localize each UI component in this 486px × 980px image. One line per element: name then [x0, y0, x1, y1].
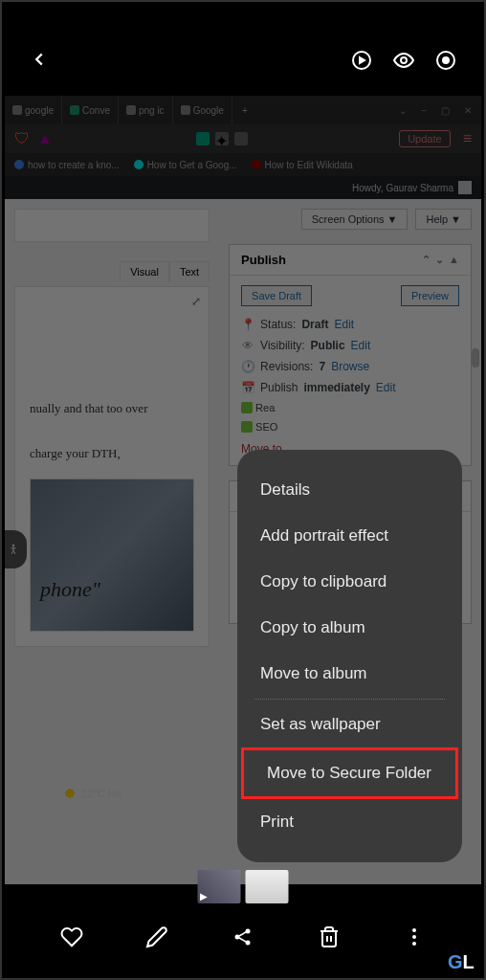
edit-status-link[interactable]: Edit — [334, 318, 354, 331]
readability-icon — [241, 402, 253, 413]
move-down-icon[interactable]: ⌄ — [435, 254, 444, 266]
maximize-icon[interactable]: ▢ — [441, 105, 450, 116]
weather-text: 22°C Ha — [81, 788, 122, 799]
scrollbar-thumb[interactable] — [472, 348, 479, 368]
move-up-icon[interactable]: ⌃ — [422, 254, 431, 266]
menu-move-album[interactable]: Move to album — [237, 651, 462, 697]
brave-shield-icon[interactable]: 🛡 — [14, 130, 30, 147]
svg-point-5 — [12, 545, 14, 546]
more-options-menu: Details Add portrait effect Copy to clip… — [237, 450, 462, 862]
publish-value: immediately — [303, 381, 369, 394]
revisions-value: 7 — [319, 360, 325, 373]
publish-title: Publish — [241, 253, 286, 267]
save-draft-button[interactable]: Save Draft — [241, 285, 312, 306]
weather-widget: 22°C Ha — [62, 786, 122, 801]
image-thumbnail[interactable] — [246, 870, 289, 903]
browser-tab[interactable]: google — [5, 96, 62, 124]
menu-secure-folder[interactable]: Move to Secure Folder — [244, 750, 455, 796]
body-text: nually and that too over — [30, 397, 194, 419]
fullscreen-icon[interactable]: ⤢ — [191, 295, 201, 308]
svg-point-15 — [412, 942, 416, 946]
calendar-icon: 📅 — [241, 381, 254, 394]
browser-tab-strip: google Conve png ic Google + ⌄ − ▢ ✕ — [5, 96, 481, 124]
browse-revisions-link[interactable]: Browse — [331, 360, 369, 373]
bookmark-item[interactable]: How to Get a Goog... — [134, 160, 237, 170]
menu-print[interactable]: Print — [237, 799, 462, 845]
new-tab-button[interactable]: + — [232, 105, 257, 116]
svg-point-13 — [412, 928, 416, 932]
seo-icon — [241, 421, 253, 433]
pin-icon: 📍 — [241, 318, 254, 331]
screen-options-button[interactable]: Screen Options ▼ — [301, 209, 409, 230]
tab-menu-icon[interactable]: ⌄ — [399, 105, 407, 116]
visual-tab[interactable]: Visual — [120, 261, 169, 281]
weather-icon — [62, 786, 77, 801]
svg-point-2 — [401, 57, 407, 63]
share-button[interactable] — [231, 924, 255, 949]
browser-menu-icon[interactable]: ≡ — [463, 130, 472, 147]
edit-publish-link[interactable]: Edit — [376, 381, 396, 394]
svg-point-4 — [443, 57, 449, 63]
help-button[interactable]: Help ▼ — [415, 209, 472, 230]
collapse-icon[interactable]: ▲ — [449, 254, 459, 266]
back-button[interactable] — [29, 49, 50, 76]
menu-copy-album[interactable]: Copy to album — [237, 605, 462, 651]
menu-details[interactable]: Details — [237, 467, 462, 513]
menu-copy-clipboard[interactable]: Copy to clipboard — [237, 559, 462, 605]
edit-visibility-link[interactable]: Edit — [351, 339, 371, 352]
publish-label: Publish — [260, 381, 298, 394]
status-value: Draft — [301, 318, 328, 331]
viewer-bottom-bar — [0, 913, 486, 961]
preview-button[interactable]: Preview — [401, 285, 459, 306]
extension-icon[interactable] — [196, 132, 210, 145]
update-button[interactable]: Update — [399, 130, 450, 147]
browser-tab[interactable]: png ic — [119, 96, 173, 124]
revisions-label: Revisions: — [260, 360, 313, 373]
more-button[interactable] — [402, 924, 427, 949]
article-image: phone" — [30, 479, 194, 632]
bookmark-bar: how to create a kno... How to Get a Goog… — [5, 153, 481, 176]
video-thumbnail[interactable] — [198, 870, 241, 903]
seo-label: SEO — [255, 421, 277, 433]
text-tab[interactable]: Text — [169, 261, 210, 281]
publish-metabox: Publish ⌃ ⌄ ▲ Save Draft Preview — [229, 244, 472, 466]
body-text: charge your DTH, — [30, 442, 194, 464]
close-icon[interactable]: ✕ — [464, 105, 472, 116]
wallet-icon[interactable] — [234, 132, 248, 145]
menu-divider — [254, 699, 445, 700]
minimize-icon[interactable]: − — [421, 105, 427, 116]
visibility-icon[interactable] — [392, 49, 415, 77]
svg-line-10 — [239, 938, 246, 942]
accessibility-icon[interactable] — [5, 530, 27, 568]
visibility-label: Visibility: — [260, 339, 304, 352]
watermark-logo: GL — [448, 951, 481, 975]
browser-tab[interactable]: Conve — [62, 96, 119, 124]
avatar[interactable] — [458, 181, 472, 194]
extensions-puzzle-icon[interactable]: ✦ — [215, 132, 229, 145]
edit-button[interactable] — [144, 924, 169, 949]
svg-marker-1 — [360, 57, 364, 63]
editor-content[interactable]: ⤢ nually and that too over charge your D… — [14, 286, 210, 647]
post-title-input[interactable] — [14, 209, 210, 242]
delete-button[interactable] — [317, 924, 342, 949]
favorite-button[interactable] — [59, 924, 84, 949]
bookmark-item[interactable]: How to Edit Wikidata — [252, 160, 353, 170]
auto-rotate-icon[interactable] — [434, 49, 457, 77]
svg-line-9 — [239, 932, 246, 936]
svg-point-7 — [245, 929, 250, 934]
eye-icon: 👁 — [241, 339, 254, 352]
brave-triangle-icon[interactable]: ▲ — [37, 130, 53, 147]
svg-point-8 — [245, 941, 250, 946]
status-label: Status: — [260, 318, 296, 331]
revisions-icon: 🕐 — [241, 360, 254, 373]
menu-portrait-effect[interactable]: Add portrait effect — [237, 513, 462, 559]
image-caption: phone" — [40, 577, 100, 602]
wp-admin-bar: Howdy, Gaurav Sharma — [5, 176, 481, 199]
menu-wallpaper[interactable]: Set as wallpaper — [237, 702, 462, 747]
svg-point-6 — [234, 935, 239, 940]
thumbnail-strip[interactable] — [198, 870, 289, 903]
browser-tab[interactable]: Google — [173, 96, 232, 124]
bookmark-item[interactable]: how to create a kno... — [14, 160, 120, 170]
bixby-vision-icon[interactable] — [350, 49, 373, 77]
viewer-top-bar — [0, 43, 486, 81]
